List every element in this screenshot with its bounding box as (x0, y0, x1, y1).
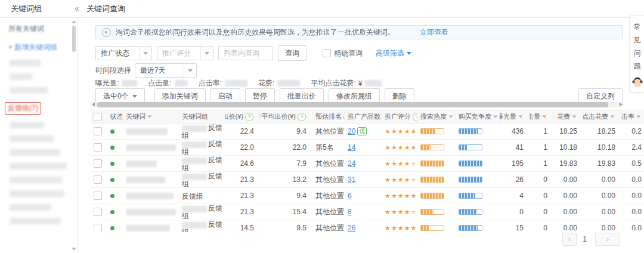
column-header-competition[interactable]: 购买竞争度? (456, 110, 500, 123)
sidebar-item-redacted[interactable] (10, 177, 62, 183)
product-count-link[interactable]: 26 (348, 224, 355, 232)
scroll-down-icon[interactable] (72, 248, 76, 251)
product-count-link[interactable]: 31 (348, 175, 355, 184)
row-checkbox[interactable] (94, 224, 102, 232)
search-heat-cell (417, 220, 456, 232)
time-range-select[interactable]: 最近7天 (135, 63, 197, 78)
column-header-avg_cost[interactable]: 平均点击花费 (583, 110, 621, 123)
sidebar-item-redacted[interactable] (10, 218, 61, 224)
clicks-label: 点击量: (148, 78, 171, 88)
sort-icon[interactable] (519, 115, 523, 118)
product-count-link[interactable]: 6 (348, 192, 352, 200)
sidebar-item-feedback-group[interactable]: 反馈组(7) (5, 102, 41, 115)
scrollbar-thumb[interactable] (97, 102, 608, 107)
row-checkbox[interactable] (94, 208, 102, 216)
clicks-cell: 0 (530, 188, 553, 203)
column-header-peer_bid: 同行平均出价(¥)? (260, 110, 312, 123)
sidebar-item-redacted[interactable] (10, 60, 41, 66)
peer-avg-bid-cell: 22.0 (260, 140, 312, 155)
query-button[interactable]: 查询 (278, 45, 306, 61)
bid-cell: 14.5 (225, 220, 260, 232)
column-header-ctr[interactable]: 点击率 (621, 110, 644, 123)
product-count-link[interactable]: 20 (348, 127, 355, 135)
sidebar-item-redacted[interactable] (10, 73, 32, 80)
next-page-button[interactable]: › (595, 233, 620, 246)
horizontal-scrollbar[interactable] (91, 102, 624, 107)
sidebar-item-redacted[interactable] (10, 87, 48, 94)
ctr-label: 点击率: (199, 78, 222, 88)
help-icon[interactable]: ? (413, 113, 417, 121)
advanced-filter-link[interactable]: 高级筛选 (376, 48, 411, 58)
column-header-clicks[interactable]: 点击量 (530, 110, 553, 123)
star-filled-icon: ★ (398, 208, 404, 216)
keyword-table: 状态关键词关键词组出价(¥)?同行平均出价(¥)?预估排名?推广产品数?推广评分… (91, 110, 644, 232)
sidebar-item-redacted[interactable] (10, 122, 44, 128)
row-checkbox[interactable] (94, 127, 102, 135)
scrollbar-thumb[interactable] (72, 26, 76, 52)
column-header-impressions[interactable]: 曝光量 (500, 110, 530, 123)
sidebar-item-redacted[interactable] (10, 135, 54, 142)
column-header-products: 推广产品数? (345, 110, 382, 123)
faq-tab-char: 见 (630, 33, 644, 47)
select-all-checkbox[interactable] (94, 113, 102, 121)
promo-status-value: 推广状态 (96, 48, 139, 58)
redacted-group-prefix (182, 141, 207, 148)
ctr-cell: 2.4 (621, 140, 644, 155)
help-icon[interactable]: ? (245, 113, 253, 121)
faq-side-tab[interactable]: 常见问题 (630, 15, 644, 92)
row-checkbox[interactable] (94, 192, 102, 200)
group-name: 反馈组 (182, 192, 203, 200)
filter-row: 推广状态 推广评分 查询 精确查询 高级筛选 (95, 45, 411, 61)
sort-icon[interactable] (637, 115, 641, 118)
sidebar-item-all-keywords[interactable]: 所有关键词 (8, 24, 77, 34)
list-search-input[interactable] (218, 46, 273, 60)
sidebar-scrollbar[interactable] (71, 19, 76, 252)
product-count-link[interactable]: 14 (348, 143, 355, 152)
exact-search-checkbox[interactable]: 精确查询 (320, 48, 363, 58)
help-icon[interactable]: ? (298, 113, 306, 121)
column-header-heat[interactable]: 搜索热度? (417, 110, 456, 123)
product-count-link[interactable]: 24 (348, 159, 355, 168)
add-keyword-group-link[interactable]: + 新增关键词组 (8, 42, 77, 53)
table-row: 反馈组22.022.0第5名14★★★★★41110.1810.182.4 (91, 140, 644, 156)
sort-icon[interactable] (572, 115, 577, 118)
promo-status-select[interactable]: 推广状态 (95, 46, 152, 60)
column-header-cost[interactable]: 花费 (553, 110, 583, 123)
sidebar-item-redacted[interactable] (10, 149, 60, 156)
sidebar-item-redacted[interactable] (10, 190, 64, 197)
row-checkbox[interactable] (94, 175, 102, 184)
purchase-competition-cell (456, 124, 500, 139)
sort-icon[interactable] (494, 115, 498, 118)
star-filled-icon: ★ (398, 128, 404, 135)
row-checkbox[interactable] (94, 143, 102, 152)
column-label: 曝光量 (500, 112, 516, 121)
current-page[interactable]: 1 (583, 235, 587, 243)
cost-label: 花费: (258, 78, 274, 88)
prev-page-button[interactable]: ‹ (562, 233, 577, 246)
sidebar-item-redacted[interactable] (10, 204, 51, 211)
scroll-up-icon[interactable] (72, 20, 76, 23)
scroll-left-icon[interactable] (92, 103, 95, 106)
impressions-cell: 41 (500, 140, 530, 155)
product-count-link[interactable]: 8 (348, 208, 352, 216)
sort-icon[interactable] (449, 115, 453, 118)
search-heat-bar (420, 128, 444, 134)
scroll-right-icon[interactable] (620, 103, 623, 106)
sidebar-item-redacted[interactable] (10, 163, 67, 169)
sort-icon[interactable] (543, 115, 547, 118)
sort-icon[interactable] (611, 115, 615, 118)
checkbox-icon[interactable] (323, 49, 331, 57)
collapse-sidebar-icon[interactable]: « (75, 0, 79, 17)
purchase-competition-cell (456, 220, 500, 232)
star-filled-icon: ★ (391, 208, 398, 216)
table-body: 反馈组22.49.4其他位置20优★★★★★436118.2518.250.2反… (91, 124, 644, 232)
sort-icon[interactable] (148, 115, 152, 118)
column-header-keyword[interactable]: 关键词 (123, 110, 179, 123)
row-checkbox[interactable] (94, 159, 102, 168)
column-label: 关键词 (126, 112, 145, 121)
exact-search-label: 精确查询 (334, 48, 363, 58)
promo-score-select[interactable]: 推广评分 (157, 46, 213, 60)
view-now-link[interactable]: 立即查看 (420, 27, 448, 38)
star-filled-icon: ★ (398, 192, 404, 200)
keyword-cell (123, 172, 179, 187)
